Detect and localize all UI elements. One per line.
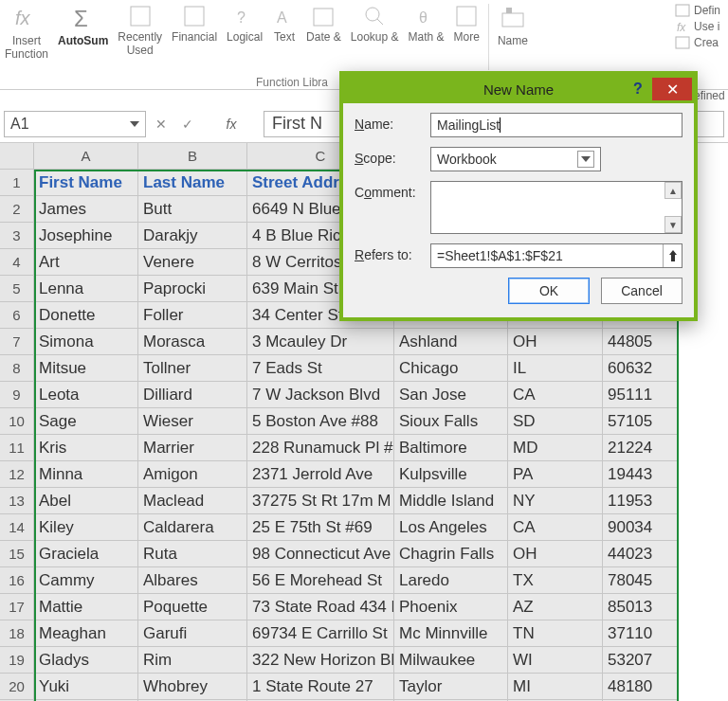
cell[interactable]: Meaghan: [34, 620, 138, 647]
cell[interactable]: Sage: [34, 408, 138, 435]
cell[interactable]: Yuki: [34, 674, 138, 700]
row-header[interactable]: 7: [0, 329, 34, 355]
cell[interactable]: Whobrey: [138, 674, 247, 700]
row-header[interactable]: 14: [0, 514, 34, 541]
row-header[interactable]: 15: [0, 541, 34, 567]
cell[interactable]: Donette: [34, 302, 138, 329]
cell[interactable]: SD: [508, 408, 603, 435]
cell[interactable]: Venere: [138, 249, 247, 276]
cell[interactable]: Garufi: [138, 620, 247, 647]
cell[interactable]: Lenna: [34, 276, 138, 302]
row-header[interactable]: 5: [0, 276, 34, 302]
cell[interactable]: 3 Mcauley Dr: [247, 329, 394, 355]
cell[interactable]: 44023: [603, 541, 679, 567]
create-from-selection-button[interactable]: Crea: [675, 36, 720, 49]
cell[interactable]: TX: [508, 567, 603, 594]
row-header[interactable]: 16: [0, 567, 34, 594]
cell[interactable]: Graciela: [34, 541, 138, 567]
date-button[interactable]: Date &: [303, 4, 344, 80]
cell[interactable]: Kulpsville: [394, 461, 508, 488]
autosum-button[interactable]: Σ AutoSum: [55, 4, 111, 80]
cell[interactable]: 21224: [603, 435, 679, 461]
cell[interactable]: 98 Connecticut Ave: [247, 541, 394, 567]
cell[interactable]: Foller: [138, 302, 247, 329]
cell[interactable]: 57105: [603, 408, 679, 435]
cell[interactable]: OH: [508, 541, 603, 567]
row-header[interactable]: 4: [0, 249, 34, 276]
more-button[interactable]: More: [451, 4, 482, 80]
cell[interactable]: Laredo: [394, 567, 508, 594]
cell[interactable]: Chagrin Falls: [394, 541, 508, 567]
cell[interactable]: Mattie: [34, 594, 138, 620]
cell[interactable]: Mc Minnville: [394, 620, 508, 647]
cell[interactable]: WI: [508, 647, 603, 674]
logical-button[interactable]: ? Logical: [224, 4, 265, 80]
cell[interactable]: 228 Runamuck Pl #2: [247, 435, 394, 461]
row-header[interactable]: 18: [0, 620, 34, 647]
cell[interactable]: Marrier: [138, 435, 247, 461]
row-header[interactable]: 1: [0, 170, 34, 196]
cell[interactable]: Ruta: [138, 541, 247, 567]
cell[interactable]: Baltimore: [394, 435, 508, 461]
cell[interactable]: 56 E Morehead St: [247, 567, 394, 594]
cell[interactable]: Chicago: [394, 355, 508, 382]
name-input[interactable]: MailingList: [430, 113, 682, 137]
cell[interactable]: Butt: [138, 196, 247, 223]
cell[interactable]: 2371 Jerrold Ave: [247, 461, 394, 488]
cell[interactable]: OH: [508, 329, 603, 355]
chevron-down-icon[interactable]: [577, 151, 594, 168]
cell[interactable]: Amigon: [138, 461, 247, 488]
cell[interactable]: Art: [34, 249, 138, 276]
column-header[interactable]: B: [138, 143, 247, 170]
cell[interactable]: 95111: [603, 382, 679, 408]
refers-to-input[interactable]: =Sheet1!$A$1:$F$21: [430, 243, 682, 268]
dialog-titlebar[interactable]: New Name ? ✕: [343, 75, 694, 103]
math-button[interactable]: θ Math &: [406, 4, 447, 80]
cell[interactable]: 37275 St Rt 17m M: [247, 488, 394, 514]
row-header[interactable]: 3: [0, 223, 34, 249]
scroll-up-icon[interactable]: ▲: [664, 182, 682, 199]
financial-button[interactable]: Financial: [169, 4, 220, 80]
lookup-button[interactable]: Lookup &: [348, 4, 402, 80]
scope-select[interactable]: Workbook: [430, 147, 601, 171]
recently-used-button[interactable]: Recently Used: [115, 4, 165, 80]
row-header[interactable]: 13: [0, 488, 34, 514]
cell[interactable]: Albares: [138, 567, 247, 594]
cell[interactable]: Leota: [34, 382, 138, 408]
cell[interactable]: Kris: [34, 435, 138, 461]
cell[interactable]: PA: [508, 461, 603, 488]
cell[interactable]: 19443: [603, 461, 679, 488]
cell[interactable]: Tollner: [138, 355, 247, 382]
cell[interactable]: Josephine: [34, 223, 138, 249]
cell[interactable]: San Jose: [394, 382, 508, 408]
row-header[interactable]: 9: [0, 382, 34, 408]
cell[interactable]: Dilliard: [138, 382, 247, 408]
cell[interactable]: Cammy: [34, 567, 138, 594]
cell[interactable]: 73 State Road 434 E: [247, 594, 394, 620]
cell[interactable]: 44805: [603, 329, 679, 355]
cell[interactable]: MD: [508, 435, 603, 461]
cell[interactable]: 60632: [603, 355, 679, 382]
cell[interactable]: 1 State Route 27: [247, 674, 394, 700]
cell[interactable]: 69734 E Carrillo St: [247, 620, 394, 647]
cell[interactable]: 322 New Horizon Bl: [247, 647, 394, 674]
scroll-down-icon[interactable]: ▼: [664, 216, 682, 233]
insert-function-button[interactable]: fx Insert Function: [2, 4, 51, 80]
cell[interactable]: IL: [508, 355, 603, 382]
cell[interactable]: Gladys: [34, 647, 138, 674]
cell[interactable]: NY: [508, 488, 603, 514]
cell[interactable]: Los Angeles: [394, 514, 508, 541]
row-header[interactable]: 12: [0, 461, 34, 488]
formula-enter-button[interactable]: ✓: [176, 113, 199, 135]
cell[interactable]: Sioux Falls: [394, 408, 508, 435]
cell[interactable]: Paprocki: [138, 276, 247, 302]
cancel-button[interactable]: Cancel: [601, 278, 682, 304]
define-name-button[interactable]: Defin: [675, 4, 720, 17]
cell[interactable]: 5 Boston Ave #88: [247, 408, 394, 435]
select-all-corner[interactable]: [0, 143, 34, 170]
cell[interactable]: CA: [508, 514, 603, 541]
cell[interactable]: First Name: [34, 170, 138, 196]
row-header[interactable]: 10: [0, 408, 34, 435]
cell[interactable]: 25 E 75th St #69: [247, 514, 394, 541]
cell[interactable]: TN: [508, 620, 603, 647]
